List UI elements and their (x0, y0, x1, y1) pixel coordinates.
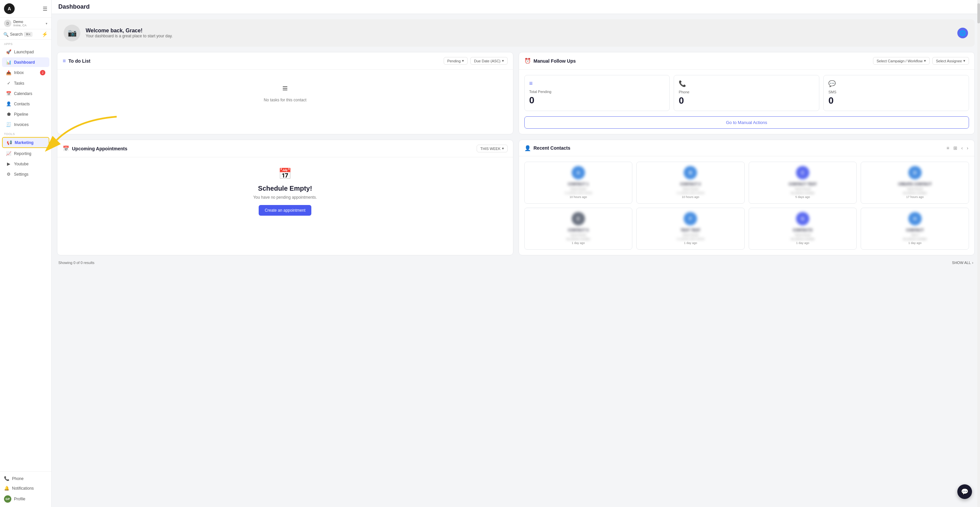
bottom-panels-row: 📅 Upcoming Appointments THIS WEEK ▾ 📅 Sc… (57, 140, 975, 255)
tasks-icon: ✓ (6, 81, 11, 86)
appointments-header-actions: THIS WEEK ▾ (477, 145, 508, 153)
page-title: Dashboard (58, 3, 90, 10)
globe-icon[interactable]: 🌐 (957, 28, 968, 38)
contact-phone-5: No phone number (566, 237, 590, 241)
contact-avatar-5: E (572, 212, 585, 225)
phone-stat-label: Phone (679, 90, 815, 94)
contact-time-4: 17 hours ago (906, 195, 924, 199)
settings-icon: ⚙ (6, 172, 11, 176)
sidebar-item-launchpad[interactable]: 🚀 Launchpad (2, 47, 49, 57)
top-panels-row: ≡ To do List Pending ▾ Due Date (ASC) ▾ (57, 52, 975, 134)
sidebar-item-settings[interactable]: ⚙ Settings (2, 169, 49, 179)
scrollbar-thumb[interactable] (977, 3, 980, 23)
sidebar-item-marketing[interactable]: 📢 Marketing (2, 137, 49, 148)
appointments-title: Upcoming Appointments (72, 146, 127, 151)
contact-name-3: CONTACT TEST (789, 182, 817, 186)
sidebar-item-contacts[interactable]: 👤 Contacts (2, 99, 49, 109)
search-button[interactable]: 🔍 Search ⌘K (3, 32, 40, 37)
sidebar-item-notifications[interactable]: 🔔 Notifications (0, 483, 51, 493)
chevron-down-icon: ▾ (924, 59, 926, 63)
todo-filter-btn[interactable]: Pending ▾ (444, 57, 468, 65)
followups-stats: ≡ Total Pending 0 📞 Phone 0 💬 SMS 0 (519, 70, 975, 116)
dashboard-icon: 📊 (6, 60, 11, 65)
sidebar-item-label: Contacts (14, 102, 30, 106)
contact-card-6: F TEST TEST None found +1 (XXX) XXX-XXXX… (636, 208, 745, 250)
go-manual-actions-btn[interactable]: Go to Manual Actions (524, 116, 969, 129)
sidebar-item-label: Marketing (15, 140, 33, 145)
contact-status-2: None found (682, 188, 698, 191)
sidebar-item-tasks[interactable]: ✓ Tasks (2, 78, 49, 88)
sidebar-item-label: Youtube (14, 162, 29, 166)
hamburger-icon[interactable]: ☰ (43, 6, 47, 12)
total-pending-label: Total Pending (529, 90, 665, 94)
contacts-grid: A CONTACT 1 None found +1 (XXX) XXX-XXXX… (519, 156, 975, 255)
schedule-empty-sub: You have no pending appointments. (253, 195, 317, 200)
phone-icon: 📞 (4, 476, 10, 481)
this-week-btn[interactable]: THIS WEEK ▾ (477, 145, 508, 153)
reporting-icon: 📈 (6, 151, 11, 156)
welcome-text: Welcome back, Grace! Your dashboard is a… (86, 28, 173, 38)
contact-status-4: None found (907, 188, 923, 191)
contact-card-4: D CREATE CONTACT None found No phone num… (861, 162, 969, 203)
sidebar-item-profile[interactable]: GP Profile (0, 493, 51, 505)
select-assignee-btn[interactable]: Select Assignee ▾ (932, 57, 969, 65)
contact-time-3: 5 days ago (795, 195, 810, 199)
schedule-empty-icon: 📅 (278, 167, 292, 180)
welcome-camera-icon: 📷 (64, 25, 80, 41)
appointments-panel: 📅 Upcoming Appointments THIS WEEK ▾ 📅 Sc… (57, 140, 513, 255)
todo-filter-label: Pending (447, 59, 461, 63)
content-area: 📷 Welcome back, Grace! Your dashboard is… (52, 14, 980, 507)
todo-icon: ≡ (63, 58, 66, 64)
sidebar-item-dashboard[interactable]: 📊 Dashboard (2, 57, 49, 67)
contact-status-7: None found (795, 233, 811, 237)
todo-sort-btn[interactable]: Due Date (ASC) ▾ (470, 57, 508, 65)
sidebar-item-invoices[interactable]: 🧾 Invoices (2, 120, 49, 129)
contact-avatar-8: H (908, 212, 922, 225)
stat-phone: 📞 Phone 0 (674, 75, 819, 111)
contact-card-3: C CONTACT TEST None found No phone numbe… (749, 162, 857, 203)
sidebar-item-inbox[interactable]: 📥 Inbox 2 (2, 68, 49, 78)
chat-fab[interactable]: 💬 (957, 484, 972, 499)
create-appointment-btn[interactable]: Create an appointment (259, 205, 311, 216)
next-btn[interactable]: › (966, 145, 969, 151)
contact-avatar-7: G (796, 212, 809, 225)
manual-followups-panel: ⏰ Manual Follow Ups Select Campaign / Wo… (519, 52, 975, 134)
contact-name-2: CONTACT 2 (680, 182, 701, 186)
prev-btn[interactable]: ‹ (961, 145, 964, 151)
youtube-icon: ▶ (6, 161, 11, 166)
appointments-header: 📅 Upcoming Appointments THIS WEEK ▾ (57, 140, 513, 157)
list-view-btn[interactable]: ≡ (946, 145, 950, 151)
contact-time-7: 1 day ago (796, 242, 809, 245)
contact-status-5: None found (571, 233, 586, 237)
user-avatar: A (4, 3, 15, 14)
scrollbar-track (977, 0, 980, 507)
show-all-btn[interactable]: SHOW ALL › (952, 261, 973, 265)
stat-total-pending: ≡ Total Pending 0 (524, 75, 670, 111)
contact-phone-4: No phone number (903, 191, 927, 195)
lightning-icon[interactable]: ⚡ (42, 31, 48, 37)
sidebar-item-youtube[interactable]: ▶ Youtube (2, 159, 49, 168)
tools-section-label: Tools (0, 130, 51, 137)
sidebar-item-reporting[interactable]: 📈 Reporting (2, 149, 49, 158)
contact-card-1: A CONTACT 1 None found +1 (XXX) XXX-XXXX… (524, 162, 633, 203)
sidebar-item-calendars[interactable]: 📅 Calendars (2, 89, 49, 99)
search-label: Search (10, 32, 23, 37)
chevron-down-icon: ▾ (502, 59, 504, 63)
location-selector[interactable]: D Demo Irvine, CA ▾ (0, 17, 51, 29)
schedule-empty-state: 📅 Schedule Empty! You have no pending ap… (57, 157, 513, 226)
sidebar-item-phone[interactable]: 📞 Phone (0, 474, 51, 483)
todo-panel: ≡ To do List Pending ▾ Due Date (ASC) ▾ (57, 52, 513, 134)
grid-view-btn[interactable]: ⊞ (953, 145, 958, 151)
location-name: Demo (13, 20, 27, 24)
sidebar-item-label: Launchpad (14, 50, 33, 54)
launchpad-icon: 🚀 (6, 49, 11, 54)
sidebar-item-label: Calendars (14, 91, 32, 96)
calendars-icon: 📅 (6, 91, 11, 96)
contact-phone-6: +1 (XXX) XXX-XXXX (676, 237, 704, 241)
todo-sort-label: Due Date (ASC) (474, 59, 500, 63)
welcome-banner: 📷 Welcome back, Grace! Your dashboard is… (57, 19, 975, 47)
sidebar-item-pipeline[interactable]: ⬟ Pipeline (2, 109, 49, 119)
select-campaign-btn[interactable]: Select Campaign / Workflow ▾ (873, 57, 930, 65)
recent-contacts-title: Recent Contacts (534, 145, 570, 151)
todo-panel-header: ≡ To do List Pending ▾ Due Date (ASC) ▾ (57, 52, 513, 70)
